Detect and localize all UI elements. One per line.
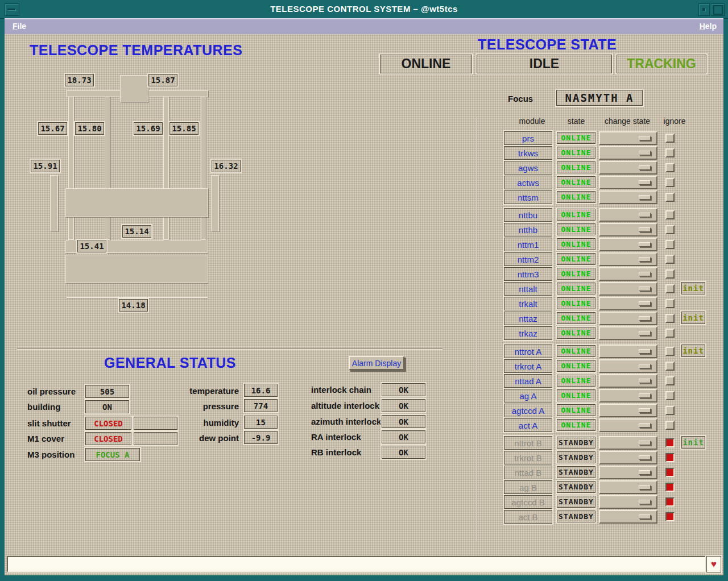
ignore-checkbox[interactable]	[665, 134, 675, 143]
change-state-dropdown[interactable]	[599, 267, 657, 281]
module-button[interactable]: nttad B	[504, 466, 552, 479]
interlock-value: OK	[382, 446, 425, 459]
dropdown-dash-icon	[639, 213, 651, 217]
change-state-dropdown[interactable]	[599, 359, 657, 373]
ignore-checkbox[interactable]	[665, 512, 675, 521]
ignore-checkbox[interactable]	[665, 299, 675, 308]
maximize-button[interactable]	[711, 3, 725, 16]
change-state-dropdown[interactable]	[599, 282, 657, 296]
change-state-dropdown[interactable]	[599, 312, 657, 325]
ignore-checkbox[interactable]	[665, 284, 675, 293]
change-state-dropdown[interactable]	[599, 223, 657, 236]
ignore-checkbox[interactable]	[665, 483, 675, 492]
module-button[interactable]: trkrot B	[504, 451, 552, 464]
module-button[interactable]: act B	[504, 510, 552, 524]
module-button[interactable]: agws	[504, 161, 552, 175]
module-button[interactable]: nttrot B	[504, 436, 552, 450]
change-state-dropdown[interactable]	[599, 131, 657, 145]
change-state-dropdown[interactable]	[599, 389, 657, 402]
change-state-dropdown[interactable]	[599, 190, 657, 204]
module-button[interactable]: nttalt	[504, 282, 552, 296]
ignore-checkbox[interactable]	[665, 148, 675, 157]
ignore-checkbox[interactable]	[665, 314, 675, 323]
module-button[interactable]: ag B	[504, 480, 552, 494]
ignore-checkbox[interactable]	[665, 193, 675, 202]
change-state-dropdown[interactable]	[599, 510, 657, 524]
module-button[interactable]: nttaz	[504, 312, 552, 325]
module-row-act-b: act BSTANDBY	[5, 510, 723, 524]
change-state-dropdown[interactable]	[599, 418, 657, 432]
ignore-checkbox[interactable]	[665, 225, 675, 234]
command-input[interactable]	[7, 556, 709, 572]
module-button[interactable]: trkaz	[504, 326, 552, 340]
module-state: ONLINE	[557, 297, 595, 309]
module-button[interactable]: actws	[504, 176, 552, 189]
ignore-checkbox[interactable]	[665, 421, 675, 430]
ignore-checkbox[interactable]	[665, 362, 675, 371]
change-state-dropdown[interactable]	[599, 208, 657, 222]
change-state-dropdown[interactable]	[599, 326, 657, 340]
ignore-checkbox[interactable]	[665, 163, 675, 172]
telescope-secondary-box	[120, 75, 148, 102]
module-button[interactable]: nttm1	[504, 238, 552, 251]
module-button[interactable]: nttm2	[504, 252, 552, 266]
change-state-dropdown[interactable]	[599, 451, 657, 464]
temp-lower-ring: 15.41	[77, 240, 106, 252]
module-row-nttbu: nttbuONLINE	[5, 208, 723, 222]
alarm-display-button[interactable]: Alarm Display	[349, 356, 404, 370]
module-button[interactable]: agtccd A	[504, 404, 552, 417]
ignore-checkbox[interactable]	[665, 406, 675, 415]
module-button[interactable]: nttrot A	[504, 345, 552, 358]
module-button[interactable]: prs	[504, 131, 552, 145]
init-button[interactable]: init	[681, 436, 705, 449]
change-state-dropdown[interactable]	[599, 161, 657, 175]
dropdown-dash-icon	[639, 408, 651, 413]
ignore-checkbox[interactable]	[665, 497, 675, 507]
module-button[interactable]: act A	[504, 418, 552, 432]
module-row-agtccd-b: agtccd BSTANDBY	[5, 495, 723, 509]
module-button[interactable]: trkws	[504, 146, 552, 160]
ignore-checkbox[interactable]	[665, 391, 675, 400]
change-state-dropdown[interactable]	[599, 436, 657, 450]
init-button[interactable]: init	[681, 312, 705, 324]
module-button[interactable]: trkrot A	[504, 359, 552, 373]
change-state-dropdown[interactable]	[599, 345, 657, 358]
change-state-dropdown[interactable]	[599, 238, 657, 251]
module-button[interactable]: nttad A	[504, 374, 552, 388]
sensor-label: temperature	[148, 386, 239, 396]
change-state-dropdown[interactable]	[599, 146, 657, 160]
module-button[interactable]: nttm3	[504, 267, 552, 281]
module-button[interactable]: trkalt	[504, 297, 552, 310]
change-state-dropdown[interactable]	[599, 480, 657, 494]
ignore-checkbox[interactable]	[665, 376, 675, 385]
ignore-checkbox[interactable]	[665, 269, 675, 279]
ignore-checkbox[interactable]	[665, 453, 675, 462]
init-button[interactable]: init	[681, 345, 705, 357]
change-state-dropdown[interactable]	[599, 404, 657, 417]
change-state-dropdown[interactable]	[599, 176, 657, 189]
ignore-checkbox[interactable]	[665, 468, 675, 477]
ignore-checkbox[interactable]	[665, 178, 675, 187]
menu-file[interactable]: File	[13, 22, 26, 31]
ignore-checkbox[interactable]	[665, 255, 675, 264]
ignore-checkbox[interactable]	[665, 210, 675, 219]
init-button[interactable]: init	[681, 282, 705, 294]
dropdown-dash-icon	[639, 287, 651, 291]
ignore-checkbox[interactable]	[665, 347, 675, 356]
module-button[interactable]: agtccd B	[504, 495, 552, 509]
module-button[interactable]: nttbu	[504, 208, 552, 222]
module-button[interactable]: ntthb	[504, 223, 552, 236]
change-state-dropdown[interactable]	[599, 374, 657, 388]
module-button[interactable]: ag A	[504, 389, 552, 402]
ignore-checkbox[interactable]	[665, 329, 675, 338]
menu-help[interactable]: Help	[700, 22, 717, 31]
minimize-button[interactable]	[698, 3, 710, 16]
ignore-checkbox[interactable]	[665, 240, 675, 249]
change-state-dropdown[interactable]	[599, 297, 657, 310]
menu-bar: File Help	[5, 18, 723, 35]
change-state-dropdown[interactable]	[599, 495, 657, 509]
change-state-dropdown[interactable]	[599, 252, 657, 266]
module-button[interactable]: nttsm	[504, 190, 552, 204]
change-state-dropdown[interactable]	[599, 466, 657, 479]
ignore-checkbox[interactable]	[665, 438, 675, 447]
